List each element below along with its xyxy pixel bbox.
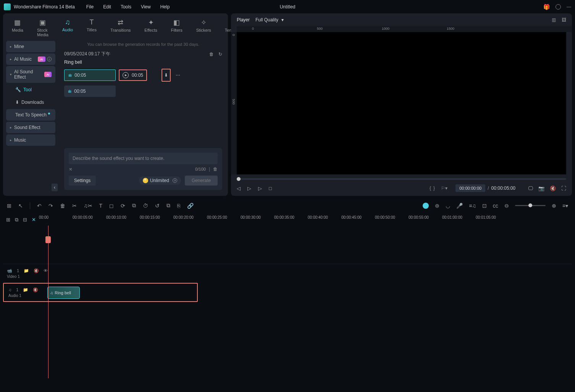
track-link-icon[interactable]: ⧉: [15, 217, 18, 223]
gift-icon[interactable]: 🎁: [543, 4, 550, 10]
grid-icon[interactable]: ⊞: [7, 203, 11, 209]
menu-view[interactable]: View: [141, 4, 151, 10]
unlimited-badge[interactable]: Unlimited ?: [139, 176, 181, 185]
audio-edit-icon[interactable]: ♫✂: [84, 203, 92, 209]
audio-mix-icon[interactable]: ≡♫: [469, 203, 476, 209]
play-clip-button[interactable]: ▶ 00:05: [119, 69, 147, 81]
download-clip-button[interactable]: ⬇: [162, 69, 171, 82]
menu-help[interactable]: Help: [160, 4, 170, 10]
sidebar-item-ai-sound-effect[interactable]: ▾AI Sound EffectAI: [6, 66, 55, 83]
crop-icon[interactable]: ◻: [109, 203, 114, 209]
menu-edit[interactable]: Edit: [103, 4, 111, 10]
mute-icon[interactable]: 🔇: [33, 287, 38, 292]
more-options-icon[interactable]: ⋯: [176, 73, 180, 78]
adjust-icon[interactable]: ⊡: [482, 203, 487, 209]
stop-icon[interactable]: □: [269, 186, 272, 191]
audio-track-body[interactable]: ♫ Ring bell: [47, 284, 196, 300]
folder-icon[interactable]: 📁: [24, 268, 29, 273]
generate-button[interactable]: Generate: [185, 176, 218, 186]
cursor-icon[interactable]: ↖: [18, 203, 23, 209]
zoom-slider[interactable]: [515, 205, 546, 206]
track-snap-icon[interactable]: ✕: [32, 217, 36, 223]
delete-icon[interactable]: 🗑: [209, 52, 214, 57]
folder-icon[interactable]: 📁: [23, 287, 28, 292]
record-icon[interactable]: [556, 4, 561, 10]
next-frame-icon[interactable]: ▷: [258, 186, 262, 191]
minimize-icon[interactable]: —: [567, 4, 571, 10]
zoom-in-icon[interactable]: ⊕: [552, 203, 556, 209]
playhead[interactable]: [48, 226, 48, 378]
refresh-icon[interactable]: ↻: [218, 52, 222, 57]
settings-button[interactable]: Settings: [69, 176, 96, 186]
shuffle-icon[interactable]: ⤨: [69, 167, 72, 172]
quality-selector[interactable]: Full Quality ▾: [255, 17, 284, 23]
play-icon: ▶: [123, 72, 129, 78]
track-add-icon[interactable]: ⊞: [6, 217, 10, 223]
sidebar-item-tool[interactable]: 🔧Tool: [6, 84, 55, 95]
mic-icon[interactable]: 🎤: [456, 203, 463, 209]
render-icon[interactable]: ⊚: [435, 203, 439, 209]
char-count: 0/100: [195, 167, 206, 171]
render-status-icon[interactable]: [423, 203, 429, 209]
audio-clip-1[interactable]: ıılıı 00:05: [64, 69, 116, 81]
tab-filters[interactable]: ◧Filters: [168, 16, 186, 39]
sidebar-item-text-to-speech[interactable]: Text To Speech: [6, 109, 55, 121]
sidebar-item-ai-music[interactable]: ▸AI MusicAIi: [6, 53, 55, 65]
copy-icon[interactable]: ⎘: [177, 203, 180, 209]
redo-icon[interactable]: ↷: [48, 203, 53, 209]
timeline-audio-clip[interactable]: ♫ Ring bell: [47, 287, 80, 299]
zoom-out-icon[interactable]: ⊖: [504, 203, 509, 209]
fullscreen-icon[interactable]: ⛶: [561, 186, 566, 191]
audio-clip-2[interactable]: ıılıı 00:05: [64, 85, 116, 97]
generation-timestamp: 09/05/2024 09:17 下午: [64, 51, 110, 57]
info-icon[interactable]: i: [47, 57, 52, 61]
chain-icon[interactable]: 🔗: [187, 203, 194, 209]
marker-icon[interactable]: ⚐▾: [441, 186, 447, 191]
track-magnet-icon[interactable]: ⊟: [23, 217, 27, 223]
bracket-out-icon[interactable]: }: [433, 186, 435, 191]
player-progress-bar[interactable]: [237, 178, 566, 180]
sidebar-item-sound-effect[interactable]: ▸Sound Effect: [6, 122, 55, 133]
reverse-icon[interactable]: ↺: [155, 203, 160, 209]
tab-titles[interactable]: TTitles: [84, 16, 100, 39]
subtitle-icon[interactable]: cc: [493, 203, 498, 209]
tab-stickers[interactable]: ✧Stickers: [193, 16, 214, 39]
sidebar-item-music[interactable]: ▸Music: [6, 134, 55, 146]
undo-icon[interactable]: ↶: [37, 203, 42, 209]
marker-add-icon[interactable]: ◡: [446, 203, 450, 209]
text-icon[interactable]: T: [99, 203, 103, 209]
tab-effects[interactable]: ✦Effects: [141, 16, 160, 39]
collapse-sidebar-button[interactable]: ‹: [52, 184, 58, 191]
speed-icon[interactable]: ⟳: [121, 203, 125, 209]
tab-media[interactable]: ▦Media: [9, 16, 26, 39]
timeline-ruler[interactable]: 00:00 00:00:05:00 00:00:10:00 00:00:15:0…: [39, 214, 572, 226]
mute-icon[interactable]: 🔇: [34, 268, 39, 273]
bracket-in-icon[interactable]: {: [430, 186, 431, 191]
video-track-body[interactable]: [45, 264, 572, 283]
sound-description-input[interactable]: Describe the sound effect you want to cr…: [69, 153, 218, 164]
tab-transitions[interactable]: ⇄Transitions: [107, 16, 134, 39]
group-icon[interactable]: ⧉: [166, 202, 170, 209]
sidebar-item-mine[interactable]: ▸Mine: [6, 41, 55, 52]
play-icon[interactable]: ▷: [247, 186, 251, 191]
tab-audio[interactable]: ♫Audio: [59, 16, 76, 39]
camera-icon[interactable]: 📷: [538, 186, 544, 191]
prev-frame-icon[interactable]: ◁: [237, 186, 241, 191]
menu-tools[interactable]: Tools: [121, 4, 131, 10]
audio-track-label: Audio 1: [8, 294, 43, 298]
sidebar-item-downloads[interactable]: ⬇Downloads: [6, 97, 55, 108]
snapshot-icon[interactable]: 🖼: [562, 17, 566, 23]
delete-icon[interactable]: 🗑: [60, 203, 65, 209]
clear-input-icon[interactable]: 🗑: [213, 166, 218, 172]
menu-file[interactable]: File: [86, 4, 94, 10]
display-settings-icon[interactable]: 🖵: [528, 186, 533, 191]
timer-icon[interactable]: ⏱: [143, 203, 148, 209]
preview-canvas[interactable]: [237, 32, 566, 174]
link-icon[interactable]: ⧉: [132, 202, 136, 209]
compare-view-icon[interactable]: ▥: [552, 17, 556, 23]
progress-thumb[interactable]: [237, 177, 241, 181]
volume-icon[interactable]: 🔇: [550, 186, 556, 191]
cut-icon[interactable]: ✂: [72, 203, 77, 209]
tab-stock-media[interactable]: ▣Stock Media: [34, 16, 52, 39]
list-view-icon[interactable]: ≡▾: [562, 203, 568, 209]
